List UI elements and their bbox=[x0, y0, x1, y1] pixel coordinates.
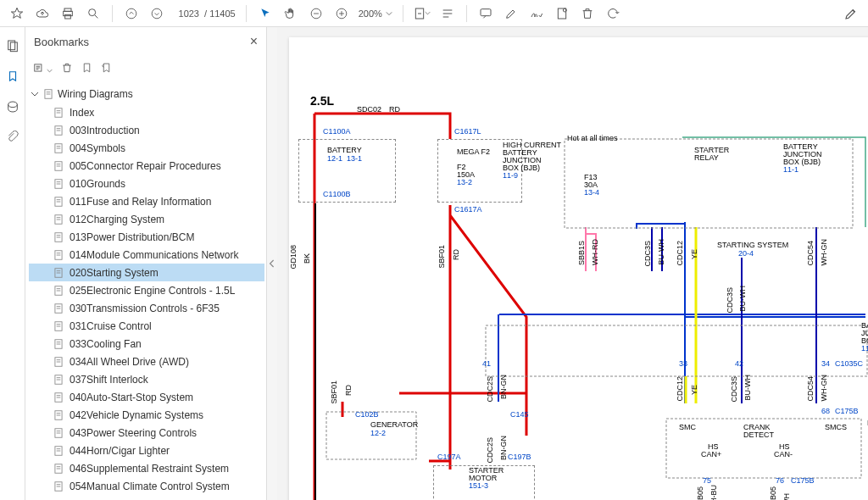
svg-rect-9 bbox=[481, 8, 491, 15]
svg-rect-2 bbox=[65, 14, 71, 19]
bookmark-item[interactable]: 030Transmission Controls - 6F35 bbox=[29, 299, 264, 317]
main-toolbar: / 11405 200% bbox=[0, 0, 868, 27]
bookmark-item[interactable]: 004Symbols bbox=[29, 139, 264, 157]
page-icon bbox=[53, 142, 64, 154]
delete-icon[interactable] bbox=[576, 3, 599, 25]
page-icon bbox=[42, 88, 54, 100]
page-icon bbox=[53, 249, 64, 261]
svg-point-3 bbox=[89, 8, 96, 15]
collapse-panel-handle[interactable] bbox=[267, 27, 277, 500]
pdf-page: 2.5L bbox=[289, 37, 868, 500]
expand-bookmark-icon[interactable] bbox=[101, 62, 112, 76]
new-bookmark-icon[interactable] bbox=[81, 62, 92, 76]
bookmark-item[interactable]: 054Manual Climate Control System bbox=[29, 477, 264, 495]
hand-icon[interactable] bbox=[279, 3, 303, 25]
page-icon bbox=[53, 178, 64, 190]
bookmark-item[interactable]: 011Fuse and Relay Information bbox=[29, 192, 264, 210]
fit-page-icon[interactable] bbox=[410, 3, 434, 25]
bookmark-root[interactable]: Wiring Diagrams bbox=[29, 85, 264, 103]
bookmarks-list[interactable]: Wiring Diagrams Index003Introduction004S… bbox=[25, 81, 266, 500]
bookmark-item[interactable]: 025Electronic Engine Controls - 1.5L bbox=[29, 281, 264, 299]
svg-point-5 bbox=[152, 8, 162, 19]
star-icon[interactable] bbox=[5, 3, 29, 25]
page-icon bbox=[53, 267, 64, 279]
bookmark-item[interactable]: 014Module Communications Network bbox=[29, 246, 264, 264]
bookmark-item[interactable]: 012Charging System bbox=[29, 210, 264, 228]
thumbnails-icon[interactable] bbox=[4, 37, 21, 54]
page-icon bbox=[53, 409, 64, 421]
highlight-icon[interactable] bbox=[499, 3, 523, 25]
page-icon bbox=[53, 214, 64, 225]
page-icon bbox=[53, 338, 64, 350]
svg-rect-10 bbox=[558, 8, 565, 19]
page-icon bbox=[53, 303, 64, 314]
page-icon bbox=[53, 320, 64, 332]
page-icon bbox=[53, 392, 64, 403]
page-icon bbox=[53, 463, 64, 475]
layers-icon[interactable] bbox=[4, 98, 21, 115]
bookmarks-icon[interactable] bbox=[4, 68, 21, 85]
page-icon bbox=[53, 427, 64, 439]
bookmark-item[interactable]: 005Connector Repair Procedures bbox=[29, 157, 264, 175]
bookmark-item[interactable]: 033Cooling Fan bbox=[29, 335, 264, 353]
bookmark-item[interactable]: 013Power Distribution/BCM bbox=[29, 228, 264, 246]
svg-point-4 bbox=[126, 8, 136, 19]
bookmark-item[interactable]: 046Supplemental Restraint System bbox=[29, 459, 264, 477]
bookmark-item[interactable]: 020Starting System bbox=[29, 264, 264, 281]
trash-bookmark-icon[interactable] bbox=[61, 62, 73, 76]
sign-icon[interactable] bbox=[525, 3, 548, 25]
page-icon bbox=[53, 196, 64, 208]
more-icon[interactable] bbox=[839, 3, 863, 25]
page-icon bbox=[53, 285, 64, 297]
page-icon bbox=[53, 125, 64, 136]
page-icon bbox=[53, 160, 64, 172]
bookmarks-panel: Bookmarks × Wiring Diagrams Index003Intr… bbox=[25, 27, 267, 500]
cursor-icon[interactable] bbox=[253, 3, 277, 25]
bookmark-item[interactable]: Index bbox=[29, 103, 264, 121]
page-up-icon[interactable] bbox=[120, 3, 143, 25]
bookmark-item[interactable]: 042Vehicle Dynamic Systems bbox=[29, 406, 264, 424]
page-down-icon[interactable] bbox=[145, 3, 169, 25]
page-icon bbox=[53, 356, 64, 368]
comment-icon[interactable] bbox=[474, 3, 498, 25]
bookmark-item[interactable]: 010Grounds bbox=[29, 175, 264, 192]
document-viewport[interactable]: 2.5L bbox=[277, 27, 868, 500]
zoom-out-icon[interactable] bbox=[304, 3, 328, 25]
bookmark-item[interactable]: 044Horn/Cigar Lighter bbox=[29, 442, 264, 459]
bookmark-item[interactable]: 003Introduction bbox=[29, 121, 264, 139]
page-icon bbox=[53, 374, 64, 386]
page-icon bbox=[53, 445, 64, 457]
side-nav bbox=[0, 27, 25, 500]
bookmark-item[interactable]: 031Cruise Control bbox=[29, 317, 264, 335]
page-icon bbox=[53, 481, 64, 492]
search-icon[interactable] bbox=[81, 3, 105, 25]
bookmark-item[interactable]: 037Shift Interlock bbox=[29, 370, 264, 388]
panel-title: Bookmarks bbox=[34, 36, 89, 48]
page-total: / 11405 bbox=[201, 8, 239, 19]
page-icon bbox=[53, 107, 64, 119]
page-icon bbox=[53, 231, 64, 243]
bookmark-item[interactable]: 034All Wheel Drive (AWD) bbox=[29, 353, 264, 370]
bookmark-item[interactable]: 040Auto-Start-Stop System bbox=[29, 388, 264, 406]
bookmark-tools bbox=[25, 56, 266, 81]
svg-rect-39 bbox=[486, 325, 867, 376]
close-icon[interactable]: × bbox=[250, 34, 258, 49]
cloud-upload-icon[interactable] bbox=[31, 3, 54, 25]
options-icon[interactable] bbox=[32, 62, 53, 76]
rotate-icon[interactable] bbox=[601, 3, 625, 25]
bookmark-item[interactable]: 043Power Steering Controls bbox=[29, 424, 264, 442]
page-number-input[interactable] bbox=[170, 8, 199, 19]
note-icon[interactable] bbox=[550, 3, 574, 25]
attachments-icon[interactable] bbox=[4, 129, 21, 146]
print-icon[interactable] bbox=[56, 3, 80, 25]
zoom-in-icon[interactable] bbox=[330, 3, 353, 25]
reflow-icon[interactable] bbox=[436, 3, 459, 25]
zoom-select[interactable]: 200% bbox=[359, 8, 392, 19]
chevron-down-icon bbox=[31, 90, 39, 98]
